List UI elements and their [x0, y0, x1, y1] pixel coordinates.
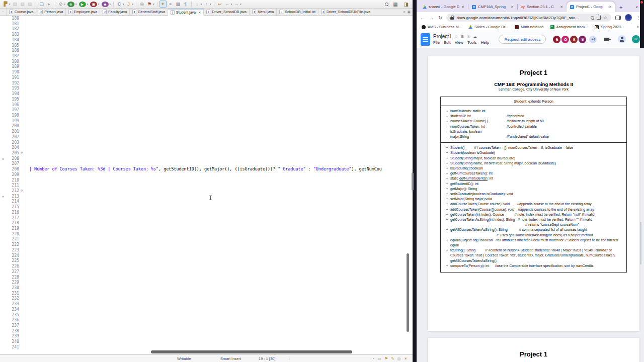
docs-scrollbar[interactable] [640, 222, 641, 264]
last-edit-location-icon[interactable]: ↩ [216, 1, 223, 8]
open-type-icon[interactable]: ◎ [138, 1, 145, 8]
notifications-icon[interactable]: ⚑ [384, 356, 388, 361]
debug-dropdown-icon[interactable]: ▾ [75, 3, 77, 6]
browser-tab-3[interactable]: zySection 23.1 - C✕ [518, 2, 567, 12]
editor-tab-Menu.java[interactable]: JMenu.java [250, 9, 277, 15]
save-icon[interactable]: ▤ [12, 1, 19, 8]
close-tab-icon[interactable]: ✕ [560, 5, 563, 9]
tab-overflow-icon[interactable]: ≡ [403, 10, 405, 14]
menu-file[interactable]: File [433, 40, 440, 45]
bookmark-sheets[interactable]: Assignment track... [550, 25, 589, 29]
new-java-class-dropdown-icon[interactable]: ▾ [123, 3, 124, 6]
run-dropdown-icon[interactable]: ▾ [87, 3, 89, 6]
save-all-icon[interactable]: ▤ [19, 1, 26, 8]
new-wizard-dropdown-icon[interactable]: ▾ [9, 3, 11, 6]
previous-annotation-icon[interactable]: ↑ [203, 1, 210, 8]
reload-button[interactable]: ↻ [438, 15, 442, 21]
editor-tab-Driver_SchoolDBToFile.java[interactable]: JDriver_SchoolDBToFile.java [318, 9, 373, 15]
share-person-add-icon[interactable] [618, 35, 626, 43]
bookmark-notion[interactable]: Spring 2023 [595, 25, 621, 29]
close-tab-icon[interactable]: ✕ [198, 11, 201, 15]
forward-button[interactable]: → [429, 15, 434, 21]
next-annotation-dropdown-icon[interactable]: ▾ [201, 3, 202, 6]
new-java-project-icon[interactable]: J [125, 1, 132, 8]
bookmark-math[interactable]: Math notation [515, 25, 543, 29]
tab-search-chevron-icon[interactable]: ∨ [635, 5, 638, 9]
fold-marker-icon[interactable]: ⊖ [19, 150, 24, 156]
block-selection-icon[interactable]: ▩ [175, 1, 182, 8]
tab-area-corner-icon[interactable]: ▫ [0, 9, 7, 15]
profile-icon[interactable]: ◆ [102, 2, 109, 7]
editor-horizontal-scrollbar[interactable] [151, 350, 352, 353]
zoom-icon[interactable] [591, 16, 594, 20]
editor-tab-Person.java[interactable]: JPerson.java [36, 9, 66, 15]
menu-view[interactable]: View [455, 40, 463, 45]
close-tab-icon[interactable]: ✕ [461, 5, 464, 9]
tips-icon[interactable]: ☀ [404, 356, 408, 361]
mark-occurrences-icon[interactable]: ≡ [167, 1, 174, 8]
forward-history-icon[interactable]: → [233, 1, 240, 8]
editor-tab-Employee.java[interactable]: JEmployee.java [66, 9, 100, 15]
skip-breakpoints-icon[interactable]: ⊘ [57, 1, 64, 8]
side-panel-icon[interactable] [615, 16, 621, 20]
address-bar[interactable]: docs.google.com/document/d/1nqw8R8ZIZIjK… [446, 14, 611, 22]
browser-tab-4[interactable]: Project1 - Googl✕ [567, 2, 615, 12]
highlight-selection-icon[interactable]: ✦ [159, 1, 167, 8]
open-perspective-icon[interactable]: ▦ [392, 1, 399, 8]
back-button[interactable]: ← [420, 15, 425, 21]
anonymous-viewer-1[interactable]: ♞ [553, 36, 560, 43]
profile-dropdown-icon[interactable]: ▾ [110, 3, 111, 6]
new-java-project-dropdown-icon[interactable]: ▾ [132, 3, 134, 6]
editor-tab-Course.java[interactable]: JCourse.java [7, 9, 36, 15]
show-whitespace-icon[interactable]: ¶ [182, 1, 189, 8]
forward-history-dropdown-icon[interactable]: ▾ [240, 3, 242, 6]
bookmarks-overflow-icon[interactable]: » [637, 25, 639, 29]
select-tool-icon[interactable]: ▸ [46, 1, 53, 8]
new-java-class-icon[interactable]: C [116, 1, 123, 8]
java-perspective-icon[interactable]: ◨ [403, 1, 410, 8]
doc-title[interactable]: Project1 [433, 34, 452, 39]
background-progress-icon[interactable]: ◎ [397, 356, 401, 361]
bookmark-drive[interactable]: Slides - Google Dr... [468, 25, 508, 29]
editor-tab-Student.java[interactable]: JStudent.java✕ [168, 9, 204, 15]
close-tab-icon[interactable]: ✕ [609, 5, 612, 9]
editor-vertical-scrollbar[interactable] [407, 253, 409, 332]
debug-icon[interactable]: ⊕ [67, 2, 74, 7]
search-icon[interactable] [385, 3, 388, 6]
bookmark-ams[interactable]: AMS - Business M... [422, 25, 462, 29]
browser-tab-1[interactable]: shared - Google D✕ [419, 2, 468, 12]
menu-help[interactable]: Help [481, 40, 489, 45]
account-avatar[interactable]: R [632, 35, 640, 43]
tab-list-icon[interactable]: ▣ [407, 10, 411, 14]
viewers-overflow-badge[interactable]: +4 [589, 36, 597, 43]
editor-tab-Driver_SchoolDB.java[interactable]: JDriver_SchoolDB.java [204, 9, 249, 15]
document-canvas[interactable]: Project 1 CMP 168: Programming Methods I… [417, 48, 644, 362]
next-annotation-icon[interactable]: ↓ [194, 1, 201, 8]
heap-status-icon[interactable]: ◔ [372, 356, 375, 361]
anonymous-viewer-4[interactable]: ♛ [579, 36, 586, 43]
star-doc-icon[interactable]: ☆ [455, 35, 458, 39]
search-tasks-dropdown-icon[interactable]: ▾ [153, 3, 154, 6]
url-text[interactable]: docs.google.com/document/d/1nqw8R8ZIZIjK… [456, 16, 588, 20]
editor-tab-SchoolDB_Initial.txt[interactable]: ≡SchoolDB_Initial.txt [277, 9, 318, 15]
skip-breakpoints-dropdown-icon[interactable]: ▾ [64, 3, 66, 6]
doc-info-icon[interactable]: ⓘ [467, 34, 470, 39]
browser-tab-2[interactable]: CMP168_Spring✕ [468, 2, 517, 12]
anonymous-viewer-3[interactable]: ♜ [570, 36, 578, 43]
previous-annotation-dropdown-icon[interactable]: ▾ [210, 3, 211, 6]
new-wizard-icon[interactable]: ▛ [2, 1, 9, 8]
docs-home-icon[interactable] [421, 33, 430, 46]
back-history-dropdown-icon[interactable]: ▾ [231, 3, 232, 6]
back-history-icon[interactable]: ← [224, 1, 231, 8]
print-icon[interactable]: ▤ [27, 1, 34, 8]
move-doc-icon[interactable]: ⊞ [461, 35, 464, 39]
meet-camera-icon[interactable] [604, 38, 609, 41]
bookmark-star-icon[interactable]: ☆ [603, 16, 607, 20]
request-edit-access-button[interactable]: Request edit access [499, 35, 546, 44]
browser-profile-avatar[interactable] [625, 14, 632, 21]
code-editor[interactable]: 1801811821831841851861871881891901911921… [0, 16, 413, 354]
menu-tools[interactable]: Tools [467, 40, 477, 45]
console-view-icon[interactable]: ▭ [377, 356, 381, 361]
editor-tab-Faculty.java[interactable]: JFaculty.java [100, 9, 130, 15]
anonymous-viewer-2[interactable]: ✿ [561, 36, 569, 43]
